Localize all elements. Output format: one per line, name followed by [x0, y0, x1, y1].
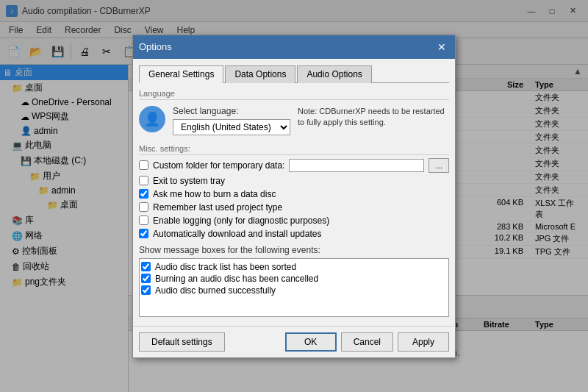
event-2-checkbox[interactable] [141, 274, 151, 283]
select-language-label: Select language: [173, 106, 290, 116]
tab-audio[interactable]: Audio Options [297, 65, 371, 83]
language-select[interactable]: English (United States) [173, 119, 290, 135]
dialog-title: Options [139, 41, 172, 52]
events-label: Show message boxes for the following eve… [139, 245, 449, 255]
event-row-3: Audio disc burned successfully [141, 285, 447, 296]
exit-tray-row: Exit to system tray [139, 176, 449, 186]
tab-bar: General Settings Data Options Audio Opti… [139, 65, 449, 83]
modal-overlay: Options ✕ General Settings Data Options … [0, 0, 588, 392]
event-3-label: Audio disc burned successfully [155, 285, 276, 296]
tab-data[interactable]: Data Options [225, 65, 295, 83]
misc-section-label: Misc. settings: [139, 144, 449, 155]
language-note: Note: CDBurnerXP needs to be restarted t… [298, 106, 445, 129]
exit-tray-label: Exit to system tray [153, 176, 225, 186]
burn-data-row: Ask me how to burn a data disc [139, 189, 449, 199]
default-settings-button[interactable]: Default settings [139, 332, 225, 352]
autoupdate-label: Automatically download and install updat… [153, 229, 321, 239]
custom-folder-checkbox[interactable] [139, 160, 148, 170]
apply-button[interactable]: Apply [398, 332, 449, 352]
event-row-1: Audio disc track list has been sorted [141, 262, 447, 272]
dialog-footer: Default settings OK Cancel Apply [133, 326, 455, 357]
event-1-label: Audio disc track list has been sorted [155, 262, 296, 272]
event-row-2: Burning an audio disc has been cancelled [141, 274, 447, 284]
logging-checkbox[interactable] [139, 215, 148, 225]
burn-data-checkbox[interactable] [139, 189, 148, 199]
exit-tray-checkbox[interactable] [139, 176, 148, 185]
last-project-row: Remember last used project type [139, 202, 449, 213]
logging-row: Enable logging (only for diagnostic purp… [139, 215, 449, 226]
events-list[interactable]: Audio disc track list has been sorted Bu… [139, 258, 449, 317]
custom-folder-row: Custom folder for temporary data: … [139, 158, 449, 173]
tab-general[interactable]: General Settings [139, 65, 223, 83]
event-1-checkbox[interactable] [141, 262, 151, 271]
burn-data-label: Ask me how to burn a data disc [153, 189, 276, 199]
cancel-button[interactable]: Cancel [341, 332, 393, 352]
dialog-close-button[interactable]: ✕ [434, 40, 449, 54]
logging-label: Enable logging (only for diagnostic purp… [153, 215, 329, 226]
autoupdate-row: Automatically download and install updat… [139, 229, 449, 239]
last-project-label: Remember last used project type [153, 202, 282, 213]
language-section: 👤 Select language: English (United State… [139, 103, 449, 138]
last-project-checkbox[interactable] [139, 202, 148, 212]
custom-folder-label: Custom folder for temporary data: [153, 160, 284, 171]
event-2-label: Burning an audio disc has been cancelled [155, 274, 318, 284]
language-icon: 👤 [139, 106, 165, 132]
ok-button[interactable]: OK [285, 332, 337, 352]
dialog-body: General Settings Data Options Audio Opti… [133, 59, 455, 323]
options-dialog: Options ✕ General Settings Data Options … [132, 35, 456, 358]
browse-button[interactable]: … [429, 158, 449, 173]
event-3-checkbox[interactable] [141, 285, 151, 295]
language-section-label: Language [139, 89, 449, 100]
custom-folder-input[interactable] [289, 159, 424, 172]
autoupdate-checkbox[interactable] [139, 229, 148, 238]
dialog-titlebar: Options ✕ [133, 35, 455, 59]
